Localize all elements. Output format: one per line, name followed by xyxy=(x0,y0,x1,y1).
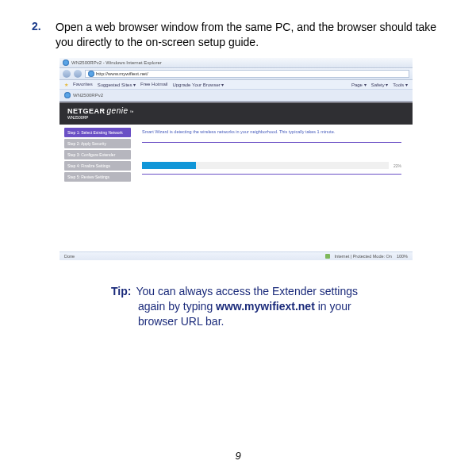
wizard-step-3[interactable]: Step 3: Configure Extender xyxy=(64,150,131,159)
free-hotmail-link[interactable]: Free Hotmail xyxy=(140,82,167,86)
status-zoom: 100% xyxy=(397,254,408,259)
suggested-sites-link[interactable]: Suggested Sites ▾ xyxy=(98,82,136,87)
tip-label: Tip: xyxy=(111,284,131,299)
status-mode: Internet | Protected Mode: On xyxy=(335,254,392,259)
wizard-nav: Step 1: Select Existing Network Step 2: … xyxy=(60,125,131,251)
tip-line-1: You can always access the Extender setti… xyxy=(136,284,358,299)
forward-button[interactable] xyxy=(74,70,82,78)
wizard-step-1[interactable]: Step 1: Select Existing Network xyxy=(64,128,131,137)
embedded-screenshot: WN2500RPv2 - Windows Internet Explorer h… xyxy=(60,58,413,260)
site-icon xyxy=(88,71,94,77)
wizard-step-4[interactable]: Step 4: Finalize Settings xyxy=(64,161,131,171)
tip-url: www.mywifiext.net xyxy=(216,300,315,313)
step-text: Open a web browser window from the same … xyxy=(56,20,444,50)
ie-icon xyxy=(63,60,69,66)
browser-window: WN2500RPv2 - Windows Internet Explorer h… xyxy=(60,58,413,260)
divider xyxy=(142,174,401,175)
tab-title[interactable]: WN2500RPv2 xyxy=(73,93,103,98)
favorites-label[interactable]: Favorites xyxy=(73,82,93,86)
instruction-step: 2. Open a web browser window from the sa… xyxy=(0,0,476,58)
tip-block: Tip: You can always access the Extender … xyxy=(111,284,381,329)
tip-line-2b: in your xyxy=(315,300,351,313)
progress-percent: 22% xyxy=(393,163,401,168)
status-left: Done xyxy=(64,254,75,259)
upgrade-browser-link[interactable]: Upgrade Your Browser ▾ xyxy=(172,82,224,87)
favorites-bar: ★ Favorites Suggested Sites ▾ Free Hotma… xyxy=(60,80,413,90)
wizard-step-5[interactable]: Step 5: Review Settings xyxy=(64,172,131,182)
tip-line-3: browser URL bar. xyxy=(138,314,381,329)
brand-tm: ™ xyxy=(129,109,134,114)
brand-genie: genie xyxy=(107,106,129,115)
tab-icon xyxy=(64,92,71,98)
step-number: 2. xyxy=(32,20,56,50)
tab-bar: WN2500RPv2 xyxy=(60,90,413,102)
tools-menu[interactable]: Tools ▾ xyxy=(393,82,408,87)
divider xyxy=(142,142,401,143)
window-title: WN2500RPv2 - Windows Internet Explorer xyxy=(71,60,162,65)
address-bar-row: http://www.mywifiext.net/ xyxy=(60,68,413,80)
detect-message: Smart Wizard is detecting the wireless n… xyxy=(142,129,401,135)
tip-line-2a: again by typing xyxy=(138,300,216,313)
wizard-main: Smart Wizard is detecting the wireless n… xyxy=(131,125,413,251)
star-icon[interactable]: ★ xyxy=(64,82,68,87)
address-field[interactable]: http://www.mywifiext.net/ xyxy=(85,70,409,78)
page-menu[interactable]: Page ▾ xyxy=(351,82,367,87)
window-titlebar: WN2500RPv2 - Windows Internet Explorer xyxy=(60,58,413,68)
wizard-step-2[interactable]: Step 2: Apply Security xyxy=(64,139,131,148)
page-number: 9 xyxy=(0,450,476,462)
page-viewport: NETGEAR genie ™ WN2500RP Step 1: Select … xyxy=(60,102,413,251)
progress-fill xyxy=(142,162,196,169)
address-url: http://www.mywifiext.net/ xyxy=(96,71,148,76)
shield-icon xyxy=(325,254,330,259)
genie-page: NETGEAR genie ™ WN2500RP Step 1: Select … xyxy=(60,102,413,251)
safety-menu[interactable]: Safety ▾ xyxy=(371,82,389,87)
back-button[interactable] xyxy=(63,70,71,78)
brand-bar: NETGEAR genie ™ WN2500RP xyxy=(60,102,413,125)
brand-name: NETGEAR xyxy=(67,107,106,115)
brand-model: WN2500RP xyxy=(67,115,405,120)
progress-bar xyxy=(142,162,389,169)
status-bar: Done Internet | Protected Mode: On 100% xyxy=(60,251,413,260)
